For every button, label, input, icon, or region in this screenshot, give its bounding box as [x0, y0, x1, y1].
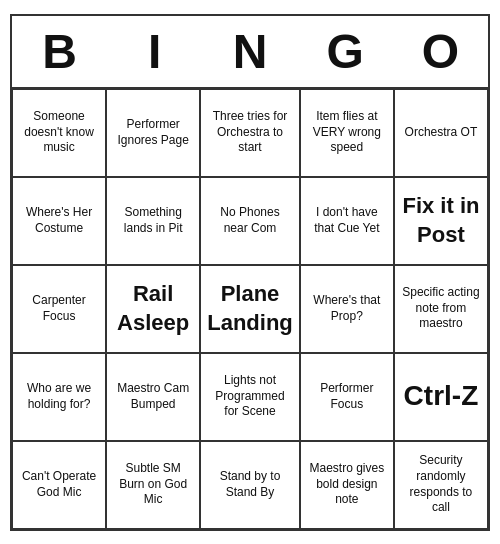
bingo-cell-8: I don't have that Cue Yet: [300, 177, 394, 265]
bingo-card: B I N G O Someone doesn't know musicPerf…: [10, 14, 490, 531]
bingo-cell-9: Fix it in Post: [394, 177, 488, 265]
bingo-cell-6: Something lands in Pit: [106, 177, 200, 265]
title-i: I: [107, 24, 202, 79]
bingo-cell-18: Performer Focus: [300, 353, 394, 441]
bingo-cell-17: Lights not Programmed for Scene: [200, 353, 300, 441]
bingo-cell-16: Maestro Cam Bumped: [106, 353, 200, 441]
bingo-cell-5: Where's Her Costume: [12, 177, 106, 265]
title-n: N: [202, 24, 297, 79]
bingo-cell-15: Who are we holding for?: [12, 353, 106, 441]
bingo-cell-7: No Phones near Com: [200, 177, 300, 265]
bingo-cell-3: Item flies at VERY wrong speed: [300, 89, 394, 177]
bingo-cell-19: Ctrl-Z: [394, 353, 488, 441]
bingo-cell-24: Security randomly responds to call: [394, 441, 488, 529]
bingo-cell-13: Where's that Prop?: [300, 265, 394, 353]
bingo-cell-1: Performer Ignores Page: [106, 89, 200, 177]
bingo-cell-21: Subtle SM Burn on God Mic: [106, 441, 200, 529]
title-g: G: [298, 24, 393, 79]
bingo-cell-22: Stand by to Stand By: [200, 441, 300, 529]
title-o: O: [393, 24, 488, 79]
bingo-cell-4: Orchestra OT: [394, 89, 488, 177]
bingo-cell-20: Can't Operate God Mic: [12, 441, 106, 529]
bingo-title: B I N G O: [12, 16, 488, 89]
bingo-cell-0: Someone doesn't know music: [12, 89, 106, 177]
title-b: B: [12, 24, 107, 79]
bingo-grid: Someone doesn't know musicPerformer Igno…: [12, 89, 488, 529]
bingo-cell-2: Three tries for Orchestra to start: [200, 89, 300, 177]
bingo-cell-11: Rail Asleep: [106, 265, 200, 353]
bingo-cell-10: Carpenter Focus: [12, 265, 106, 353]
bingo-cell-14: Specific acting note from maestro: [394, 265, 488, 353]
bingo-cell-23: Maestro gives bold design note: [300, 441, 394, 529]
bingo-cell-12: Plane Landing: [200, 265, 300, 353]
